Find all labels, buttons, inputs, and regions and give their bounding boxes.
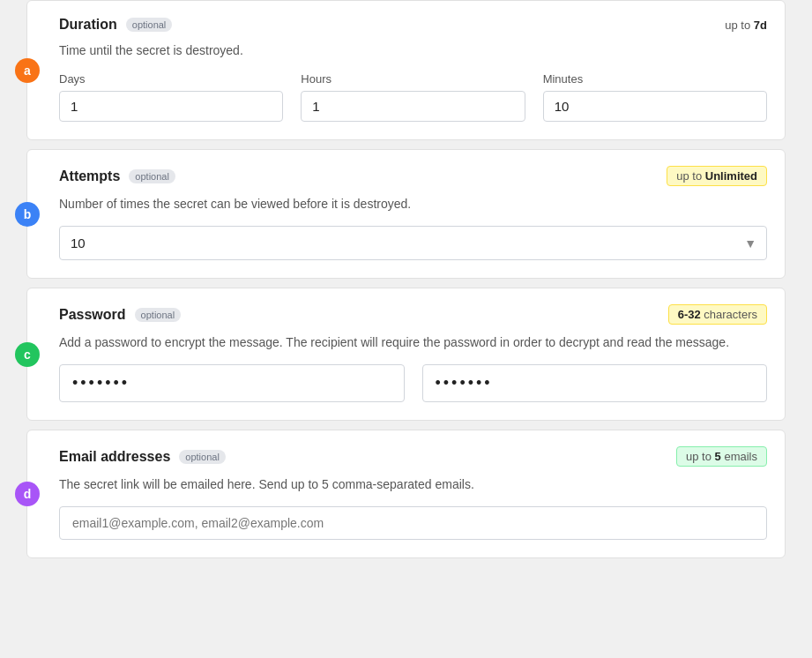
password-limit-value: characters bbox=[701, 308, 757, 321]
minutes-input[interactable] bbox=[543, 91, 767, 122]
attempts-description: Number of times the secret can be viewed… bbox=[59, 195, 767, 213]
attempts-select[interactable]: 1 2 3 5 10 20 50 100 Unlimited bbox=[59, 226, 767, 260]
attempts-limit: up to Unlimited bbox=[667, 166, 767, 186]
days-label: Days bbox=[59, 72, 283, 86]
duration-header: Duration optional up to 7d bbox=[59, 17, 767, 33]
password-title-group: Password optional bbox=[59, 307, 181, 323]
email-input[interactable] bbox=[59, 506, 767, 540]
password-input-2[interactable] bbox=[422, 364, 768, 402]
attempts-limit-value: Unlimited bbox=[705, 169, 757, 183]
attempts-title-group: Attempts optional bbox=[59, 168, 175, 184]
password-header: Password optional 6-32 characters bbox=[59, 304, 767, 325]
minutes-label: Minutes bbox=[543, 72, 767, 86]
duration-fields: Days Hours Minutes bbox=[59, 72, 767, 122]
email-limit-text: up to bbox=[686, 450, 715, 463]
duration-limit: up to 7d bbox=[725, 19, 767, 32]
email-optional-badge: optional bbox=[179, 450, 226, 464]
duration-title-group: Duration optional bbox=[59, 17, 172, 33]
step-badge-b: b bbox=[15, 202, 40, 227]
step-badge-a: a bbox=[15, 58, 40, 83]
duration-optional-badge: optional bbox=[126, 18, 173, 32]
section-password: c Password optional 6-32 characters Add … bbox=[26, 288, 786, 421]
password-limit-text: 6-32 bbox=[678, 308, 701, 321]
section-duration: a Duration optional up to 7d Time until … bbox=[26, 0, 786, 140]
password-input-1[interactable] bbox=[59, 364, 405, 402]
attempts-title: Attempts bbox=[59, 168, 120, 184]
hours-input[interactable] bbox=[301, 91, 525, 122]
hours-label: Hours bbox=[301, 72, 525, 86]
email-description: The secret link will be emailed here. Se… bbox=[59, 475, 767, 494]
email-limit-suffix: emails bbox=[721, 450, 757, 463]
email-limit: up to 5 emails bbox=[676, 446, 767, 467]
days-input[interactable] bbox=[59, 91, 283, 122]
attempts-select-wrapper: 1 2 3 5 10 20 50 100 Unlimited ▼ bbox=[59, 226, 767, 260]
email-title: Email addresses bbox=[59, 449, 170, 465]
email-title-group: Email addresses optional bbox=[59, 449, 226, 465]
email-header: Email addresses optional up to 5 emails bbox=[59, 446, 767, 467]
password-title: Password bbox=[59, 307, 126, 323]
page-container: a Duration optional up to 7d Time until … bbox=[0, 0, 812, 585]
duration-limit-text: up to bbox=[725, 19, 754, 32]
duration-title: Duration bbox=[59, 17, 117, 33]
hours-field-group: Hours bbox=[301, 72, 525, 122]
password-fields bbox=[59, 364, 767, 402]
minutes-field-group: Minutes bbox=[543, 72, 767, 122]
password-optional-badge: optional bbox=[135, 308, 182, 322]
password-description: Add a password to encrypt the message. T… bbox=[59, 333, 767, 352]
step-badge-c: c bbox=[15, 342, 40, 367]
section-attempts: b Attempts optional up to Unlimited Numb… bbox=[26, 149, 786, 279]
email-limit-value: 5 bbox=[715, 450, 721, 463]
password-limit: 6-32 characters bbox=[668, 304, 767, 325]
duration-limit-value: 7d bbox=[754, 19, 767, 32]
attempts-optional-badge: optional bbox=[129, 169, 175, 183]
duration-description: Time until the secret is destroyed. bbox=[59, 41, 767, 60]
attempts-limit-text: up to bbox=[676, 169, 705, 183]
attempts-header: Attempts optional up to Unlimited bbox=[59, 166, 767, 186]
days-field-group: Days bbox=[59, 72, 283, 122]
step-badge-d: d bbox=[15, 482, 40, 506]
section-email: d Email addresses optional up to 5 email… bbox=[26, 430, 786, 558]
